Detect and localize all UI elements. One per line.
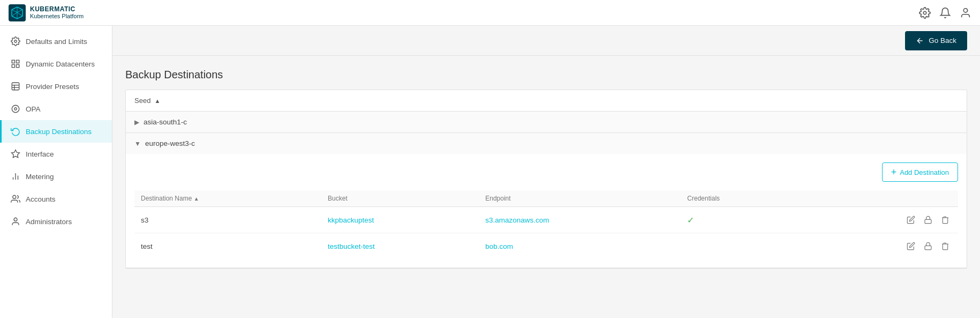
metering-icon (11, 172, 20, 181)
seed-row-europe-header[interactable]: ▼ europe-west3-c (126, 133, 967, 154)
sidebar-item-defaults-limits[interactable]: Defaults and Limits (0, 30, 112, 53)
credentials-check-icon: ✓ (687, 216, 694, 225)
svg-rect-5 (17, 60, 19, 63)
table-row: test testbucket-test bob.com (134, 233, 958, 260)
sidebar-item-label: Interface (26, 150, 54, 158)
backup-destinations-icon (11, 127, 20, 136)
dest-credentials-test (681, 233, 800, 260)
dest-name-test: test (134, 233, 321, 260)
col-credentials: Credentials (681, 190, 800, 207)
svg-point-12 (12, 105, 19, 113)
edit-button-s3[interactable] (904, 213, 917, 226)
sidebar-item-label: OPA (26, 105, 41, 113)
col-destination-name: Destination Name ▲ (134, 190, 321, 207)
svg-point-13 (14, 108, 17, 110)
chevron-right-icon: ▶ (134, 119, 139, 126)
delete-button-test[interactable] (939, 240, 952, 253)
administrators-icon (11, 217, 20, 226)
defaults-limits-icon (11, 36, 20, 46)
col-actions (800, 190, 958, 207)
dest-endpoint-test: bob.com (479, 233, 681, 260)
app-header: KUBERMATIC Kubernetes Platform (0, 0, 980, 26)
dest-actions-test (800, 233, 958, 260)
logo-subtitle: Kubernetes Platform (30, 13, 84, 20)
svg-marker-14 (12, 150, 20, 158)
svg-rect-4 (12, 60, 14, 63)
dynamic-datacenters-icon (11, 59, 20, 69)
sidebar-item-administrators[interactable]: Administrators (0, 210, 112, 233)
settings-icon[interactable] (919, 7, 931, 19)
notifications-icon[interactable] (939, 7, 951, 19)
sidebar-item-label: Accounts (26, 195, 56, 203)
seed-content-europe: + Add Destination Destination Name ▲ (126, 154, 967, 268)
plus-icon: + (891, 167, 897, 177)
header-actions (919, 7, 971, 19)
svg-point-19 (14, 218, 17, 221)
go-back-button[interactable]: Go Back (905, 31, 967, 50)
dest-credentials-s3: ✓ (681, 207, 800, 233)
dest-bucket-test: testbucket-test (321, 233, 479, 260)
svg-point-3 (14, 40, 17, 43)
logo-text: KUBERMATIC Kubernetes Platform (30, 5, 84, 20)
svg-point-2 (963, 8, 967, 12)
interface-icon (11, 149, 20, 159)
seed-name-europe: europe-west3-c (145, 139, 195, 147)
dest-bucket-s3: kkpbackuptest (321, 207, 479, 233)
seed-actions-europe: + Add Destination (134, 162, 958, 182)
sidebar-item-dynamic-datacenters[interactable]: Dynamic Datacenters (0, 53, 112, 75)
svg-rect-8 (12, 83, 19, 90)
accounts-icon (11, 194, 20, 204)
destinations-table: Destination Name ▲ Bucket Endpoint Crede… (134, 190, 958, 259)
dest-name-s3: s3 (134, 207, 321, 233)
sidebar-item-metering[interactable]: Metering (0, 165, 112, 188)
credentials-button-s3[interactable] (922, 213, 934, 226)
user-icon[interactable] (960, 7, 971, 19)
edit-button-test[interactable] (904, 240, 917, 253)
svg-rect-21 (925, 219, 931, 223)
svg-point-1 (923, 11, 926, 14)
dest-endpoint-s3: s3.amazonaws.com (479, 207, 681, 233)
svg-point-18 (13, 195, 16, 198)
col-endpoint: Endpoint (479, 190, 681, 207)
sort-up-icon: ▲ (194, 196, 199, 202)
sidebar-item-label: Metering (26, 173, 54, 181)
sidebar-item-accounts[interactable]: Accounts (0, 188, 112, 210)
sidebar-item-backup-destinations[interactable]: Backup Destinations (0, 120, 112, 143)
seed-row-asia-header[interactable]: ▶ asia-south1-c (126, 112, 967, 132)
table-row: s3 kkpbackuptest s3.amazonaws.com ✓ (134, 207, 958, 233)
seed-sort-label[interactable]: Seed ▲ (134, 97, 160, 105)
svg-rect-7 (17, 65, 19, 68)
chevron-down-icon: ▼ (134, 140, 141, 147)
sort-up-icon: ▲ (154, 98, 160, 104)
logo: KUBERMATIC Kubernetes Platform (9, 4, 84, 21)
sidebar-item-label: Administrators (26, 218, 72, 226)
go-back-arrow-icon (916, 36, 924, 45)
delete-button-s3[interactable] (939, 213, 952, 226)
seed-name-asia: asia-south1-c (144, 118, 187, 126)
seed-column-header: Seed ▲ (126, 90, 967, 112)
row-actions-s3 (806, 213, 952, 226)
svg-rect-6 (12, 65, 14, 68)
sidebar-item-opa[interactable]: OPA (0, 98, 112, 120)
sidebar: Defaults and Limits Dynamic Datacenters … (0, 26, 112, 318)
main-toolbar: Go Back (112, 26, 980, 56)
seeds-table: Seed ▲ ▶ asia-south1-c ▼ euro (125, 90, 967, 269)
provider-presets-icon (11, 82, 20, 91)
sidebar-item-label: Provider Presets (26, 83, 79, 91)
col-bucket: Bucket (321, 190, 479, 207)
sidebar-item-label: Backup Destinations (26, 128, 92, 136)
sidebar-item-label: Defaults and Limits (26, 38, 87, 46)
sidebar-item-provider-presets[interactable]: Provider Presets (0, 75, 112, 98)
sidebar-item-interface[interactable]: Interface (0, 143, 112, 165)
destinations-table-head: Destination Name ▲ Bucket Endpoint Crede… (134, 190, 958, 207)
page-title: Backup Destinations (125, 69, 967, 81)
credentials-button-test[interactable] (922, 240, 934, 253)
seed-row-europe: ▼ europe-west3-c + Add Destination (126, 133, 967, 268)
destinations-table-body: s3 kkpbackuptest s3.amazonaws.com ✓ (134, 207, 958, 260)
seed-row-asia: ▶ asia-south1-c (126, 112, 967, 133)
page-content: Backup Destinations Seed ▲ ▶ asia-south1… (112, 56, 980, 269)
svg-rect-22 (925, 246, 931, 249)
add-destination-button[interactable]: + Add Destination (882, 162, 958, 182)
sidebar-item-label: Dynamic Datacenters (26, 60, 95, 68)
main-content: Go Back Backup Destinations Seed ▲ ▶ asi… (112, 26, 980, 318)
